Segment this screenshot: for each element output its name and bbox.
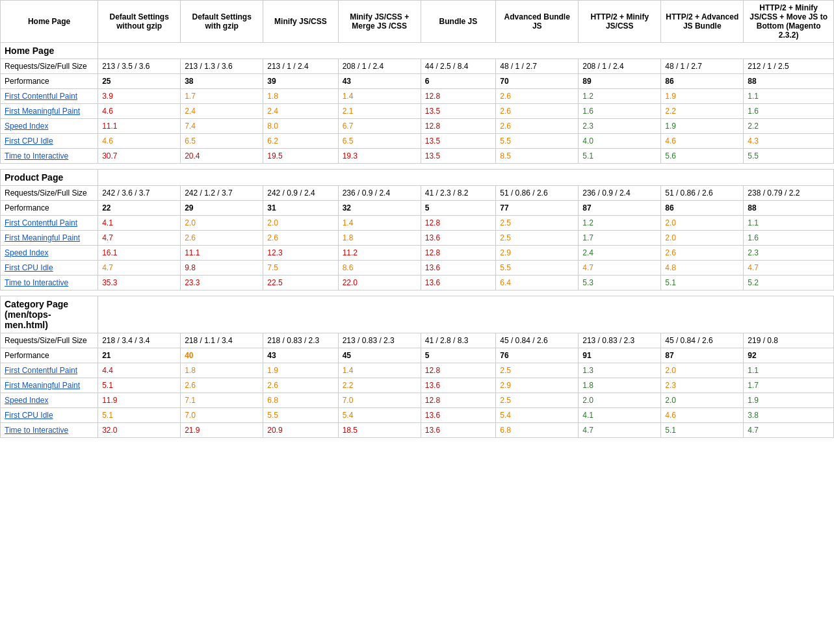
metric-val-1-1-7: 2.0: [661, 231, 744, 246]
metric-label-1-1[interactable]: First Meaningful Paint: [1, 231, 98, 246]
requests-merged-2: [98, 296, 834, 333]
requests-label-0: Requests/Size/Full Size: [1, 59, 98, 74]
metric-val-2-0-0: 4.4: [98, 363, 181, 378]
metric-val-0-3-1: 6.5: [181, 134, 263, 149]
col-header-default-gzip: Default Settings with gzip: [181, 1, 263, 43]
metric-val-1-4-1: 23.3: [181, 276, 263, 290]
perf-val-2-5: 76: [496, 348, 579, 363]
perf-val-2-4: 5: [421, 348, 495, 363]
metric-val-0-2-1: 7.4: [181, 119, 263, 134]
metric-val-1-2-3: 11.2: [338, 246, 421, 261]
metric-val-1-1-5: 2.5: [496, 231, 579, 246]
metric-label-1-0[interactable]: First Contentful Paint: [1, 216, 98, 231]
metric-label-2-3[interactable]: First CPU Idle: [1, 408, 98, 423]
requests-val-1-4: 41 / 2.3 / 8.2: [421, 186, 495, 201]
perf-val-2-3: 45: [338, 348, 421, 363]
perf-val-0-3: 43: [338, 74, 421, 89]
metric-val-2-2-5: 2.5: [496, 393, 579, 408]
metric-val-0-3-4: 13.5: [421, 134, 495, 149]
metric-val-0-1-7: 2.2: [661, 104, 744, 119]
metric-val-2-1-7: 2.3: [661, 378, 744, 393]
metric-val-0-1-6: 1.6: [579, 104, 661, 119]
metric-label-2-4[interactable]: Time to Interactive: [1, 423, 98, 438]
section-title-2: Category Page (men/tops-men.html): [1, 296, 98, 333]
metric-val-0-0-4: 12.8: [421, 89, 495, 104]
perf-val-1-8: 88: [744, 201, 834, 216]
metric-val-2-4-5: 6.8: [496, 423, 579, 438]
requests-val-1-7: 51 / 0.86 / 2.6: [661, 186, 744, 201]
metric-val-2-3-4: 13.6: [421, 408, 495, 423]
metric-val-0-4-8: 5.5: [744, 149, 834, 164]
metric-label-0-0[interactable]: First Contentful Paint: [1, 89, 98, 104]
metric-val-0-2-3: 6.7: [338, 119, 421, 134]
metric-val-1-3-4: 13.6: [421, 261, 495, 276]
metric-label-0-1[interactable]: First Meaningful Paint: [1, 104, 98, 119]
requests-val-2-8: 219 / 0.8: [744, 333, 834, 348]
perf-val-2-1: 40: [181, 348, 263, 363]
metric-val-0-1-8: 1.6: [744, 104, 834, 119]
requests-val-1-3: 236 / 0.9 / 2.4: [338, 186, 421, 201]
perf-val-2-0: 21: [98, 348, 181, 363]
metric-val-0-0-3: 1.4: [338, 89, 421, 104]
metric-label-1-4[interactable]: Time to Interactive: [1, 276, 98, 290]
metric-label-1-3[interactable]: First CPU Idle: [1, 261, 98, 276]
perf-val-0-7: 86: [661, 74, 744, 89]
metric-val-1-4-7: 5.1: [661, 276, 744, 290]
metric-val-2-1-3: 2.2: [338, 378, 421, 393]
metric-val-0-4-6: 5.1: [579, 149, 661, 164]
requests-val-2-7: 45 / 0.84 / 2.6: [661, 333, 744, 348]
metric-val-0-2-2: 8.0: [263, 119, 338, 134]
metric-val-2-3-8: 3.8: [744, 408, 834, 423]
perf-val-1-3: 32: [338, 201, 421, 216]
requests-val-2-0: 218 / 3.4 / 3.4: [98, 333, 181, 348]
requests-val-1-5: 51 / 0.86 / 2.6: [496, 186, 579, 201]
metric-val-1-1-8: 1.6: [744, 231, 834, 246]
metric-val-2-4-6: 4.7: [579, 423, 661, 438]
metric-val-2-2-7: 2.0: [661, 393, 744, 408]
metric-label-2-2[interactable]: Speed Index: [1, 393, 98, 408]
metric-val-1-0-6: 1.2: [579, 216, 661, 231]
metric-label-1-2[interactable]: Speed Index: [1, 246, 98, 261]
perf-label-0: Performance: [1, 74, 98, 89]
metric-val-2-0-4: 12.8: [421, 363, 495, 378]
metric-label-2-0[interactable]: First Contentful Paint: [1, 363, 98, 378]
metric-val-2-4-2: 20.9: [263, 423, 338, 438]
metric-val-1-3-3: 8.6: [338, 261, 421, 276]
metric-val-1-2-4: 12.8: [421, 246, 495, 261]
section-title-0: Home Page: [1, 43, 98, 59]
metric-val-0-0-1: 1.7: [181, 89, 263, 104]
metric-label-0-4[interactable]: Time to Interactive: [1, 149, 98, 164]
metric-val-0-4-0: 30.7: [98, 149, 181, 164]
requests-val-2-3: 213 / 0.83 / 2.3: [338, 333, 421, 348]
metric-label-0-2[interactable]: Speed Index: [1, 119, 98, 134]
metric-val-2-1-6: 1.8: [579, 378, 661, 393]
metric-val-2-3-5: 5.4: [496, 408, 579, 423]
section-title-1: Product Page: [1, 170, 98, 186]
metric-val-1-2-7: 2.6: [661, 246, 744, 261]
metric-label-0-3[interactable]: First CPU Idle: [1, 134, 98, 149]
metric-val-2-4-1: 21.9: [181, 423, 263, 438]
separator-1: [1, 290, 834, 296]
perf-val-2-6: 91: [579, 348, 661, 363]
metric-label-2-1[interactable]: First Meaningful Paint: [1, 378, 98, 393]
perf-val-0-1: 38: [181, 74, 263, 89]
metric-val-0-2-5: 2.6: [496, 119, 579, 134]
perf-val-1-7: 86: [661, 201, 744, 216]
metric-val-1-0-7: 2.0: [661, 216, 744, 231]
metric-val-2-0-3: 1.4: [338, 363, 421, 378]
metric-val-1-4-0: 35.3: [98, 276, 181, 290]
separator-0: [1, 164, 834, 170]
metric-val-2-1-2: 2.6: [263, 378, 338, 393]
metric-val-1-3-8: 4.7: [744, 261, 834, 276]
metric-val-2-1-1: 2.6: [181, 378, 263, 393]
metric-val-2-1-8: 1.7: [744, 378, 834, 393]
metric-val-0-1-3: 2.1: [338, 104, 421, 119]
metric-val-0-3-6: 4.0: [579, 134, 661, 149]
metric-val-0-0-7: 1.9: [661, 89, 744, 104]
metric-val-0-3-2: 6.2: [263, 134, 338, 149]
metric-val-2-1-0: 5.1: [98, 378, 181, 393]
metric-val-0-3-5: 5.5: [496, 134, 579, 149]
metric-val-0-2-8: 2.2: [744, 119, 834, 134]
metric-val-1-3-1: 9.8: [181, 261, 263, 276]
requests-val-1-8: 238 / 0.79 / 2.2: [744, 186, 834, 201]
